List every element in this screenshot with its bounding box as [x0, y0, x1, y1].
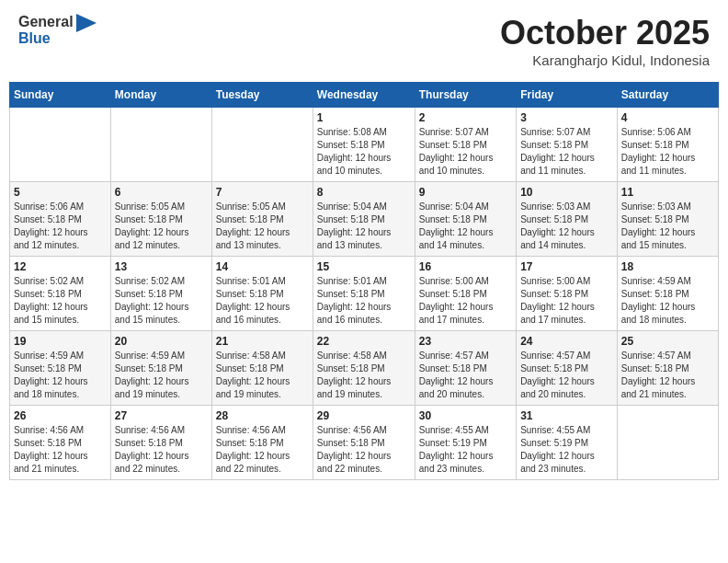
- calendar-cell: 7Sunrise: 5:05 AMSunset: 5:18 PMDaylight…: [211, 182, 313, 257]
- day-info: Sunrise: 5:05 AMSunset: 5:18 PMDaylight:…: [115, 201, 208, 252]
- day-number: 24: [520, 335, 613, 348]
- day-of-week-header: Wednesday: [313, 83, 415, 108]
- day-number: 29: [317, 409, 411, 422]
- day-info: Sunrise: 5:06 AMSunset: 5:18 PMDaylight:…: [621, 126, 714, 178]
- calendar-week-row: 19Sunrise: 4:59 AMSunset: 5:18 PMDayligh…: [10, 331, 719, 406]
- calendar-cell: [110, 108, 211, 182]
- calendar-week-row: 5Sunrise: 5:06 AMSunset: 5:18 PMDaylight…: [10, 182, 719, 257]
- calendar-cell: 2Sunrise: 5:07 AMSunset: 5:18 PMDaylight…: [415, 108, 516, 182]
- calendar-cell: 27Sunrise: 4:56 AMSunset: 5:18 PMDayligh…: [110, 406, 211, 480]
- day-number: 12: [14, 260, 107, 273]
- calendar-cell: 12Sunrise: 5:02 AMSunset: 5:18 PMDayligh…: [10, 257, 111, 331]
- calendar-week-row: 26Sunrise: 4:56 AMSunset: 5:18 PMDayligh…: [10, 406, 719, 480]
- header-row: SundayMondayTuesdayWednesdayThursdayFrid…: [10, 83, 719, 108]
- day-number: 15: [317, 260, 411, 273]
- calendar-cell: 8Sunrise: 5:04 AMSunset: 5:18 PMDaylight…: [313, 182, 415, 257]
- day-info: Sunrise: 4:59 AMSunset: 5:18 PMDaylight:…: [115, 350, 208, 401]
- day-number: 21: [216, 335, 309, 348]
- day-info: Sunrise: 5:07 AMSunset: 5:18 PMDaylight:…: [419, 126, 512, 178]
- calendar-cell: 24Sunrise: 4:57 AMSunset: 5:18 PMDayligh…: [517, 331, 618, 406]
- day-info: Sunrise: 5:04 AMSunset: 5:18 PMDaylight:…: [317, 201, 411, 252]
- day-of-week-header: Sunday: [10, 83, 111, 108]
- calendar-cell: [10, 108, 111, 182]
- day-info: Sunrise: 4:57 AMSunset: 5:18 PMDaylight:…: [419, 350, 512, 401]
- calendar-table: SundayMondayTuesdayWednesdayThursdayFrid…: [9, 82, 719, 480]
- day-number: 20: [115, 335, 208, 348]
- calendar-cell: 22Sunrise: 4:58 AMSunset: 5:18 PMDayligh…: [313, 331, 415, 406]
- day-number: 17: [520, 260, 613, 273]
- day-number: 1: [317, 111, 411, 124]
- calendar-cell: 18Sunrise: 4:59 AMSunset: 5:18 PMDayligh…: [617, 257, 718, 331]
- day-number: 11: [621, 186, 714, 199]
- day-info: Sunrise: 4:59 AMSunset: 5:18 PMDaylight:…: [14, 350, 107, 401]
- calendar-cell: 19Sunrise: 4:59 AMSunset: 5:18 PMDayligh…: [10, 331, 111, 406]
- calendar-cell: 3Sunrise: 5:07 AMSunset: 5:18 PMDaylight…: [517, 108, 618, 182]
- day-info: Sunrise: 5:00 AMSunset: 5:18 PMDaylight:…: [520, 275, 613, 327]
- day-info: Sunrise: 4:56 AMSunset: 5:18 PMDaylight:…: [317, 424, 411, 476]
- day-info: Sunrise: 5:04 AMSunset: 5:18 PMDaylight:…: [419, 201, 512, 252]
- calendar-cell: 15Sunrise: 5:01 AMSunset: 5:18 PMDayligh…: [313, 257, 415, 331]
- month-title: October 2025: [500, 14, 710, 52]
- logo-blue: Blue: [18, 30, 74, 47]
- calendar-cell: [211, 108, 313, 182]
- day-info: Sunrise: 4:56 AMSunset: 5:18 PMDaylight:…: [14, 424, 107, 476]
- day-number: 2: [419, 111, 512, 124]
- day-info: Sunrise: 5:00 AMSunset: 5:18 PMDaylight:…: [419, 275, 512, 327]
- day-info: Sunrise: 5:06 AMSunset: 5:18 PMDaylight:…: [14, 201, 107, 252]
- calendar-cell: 9Sunrise: 5:04 AMSunset: 5:18 PMDaylight…: [415, 182, 516, 257]
- calendar-cell: 17Sunrise: 5:00 AMSunset: 5:18 PMDayligh…: [517, 257, 618, 331]
- logo: General Blue: [18, 14, 97, 46]
- day-number: 3: [520, 111, 613, 124]
- calendar-cell: 20Sunrise: 4:59 AMSunset: 5:18 PMDayligh…: [110, 331, 211, 406]
- day-number: 10: [520, 186, 613, 199]
- location: Karangharjo Kidul, Indonesia: [500, 52, 710, 68]
- calendar-cell: 31Sunrise: 4:55 AMSunset: 5:19 PMDayligh…: [517, 406, 618, 480]
- calendar-cell: 21Sunrise: 4:58 AMSunset: 5:18 PMDayligh…: [211, 331, 313, 406]
- day-of-week-header: Tuesday: [211, 83, 313, 108]
- day-number: 9: [419, 186, 512, 199]
- calendar-cell: 26Sunrise: 4:56 AMSunset: 5:18 PMDayligh…: [10, 406, 111, 480]
- calendar-cell: 28Sunrise: 4:56 AMSunset: 5:18 PMDayligh…: [211, 406, 313, 480]
- calendar-cell: 4Sunrise: 5:06 AMSunset: 5:18 PMDaylight…: [617, 108, 718, 182]
- calendar-week-row: 12Sunrise: 5:02 AMSunset: 5:18 PMDayligh…: [10, 257, 719, 331]
- day-info: Sunrise: 5:01 AMSunset: 5:18 PMDaylight:…: [216, 275, 309, 327]
- day-of-week-header: Friday: [517, 83, 618, 108]
- calendar-cell: 23Sunrise: 4:57 AMSunset: 5:18 PMDayligh…: [415, 331, 516, 406]
- calendar-header: SundayMondayTuesdayWednesdayThursdayFrid…: [10, 83, 719, 108]
- page-header: General Blue October 2025 Karangharjo Ki…: [9, 9, 719, 73]
- calendar-cell: 14Sunrise: 5:01 AMSunset: 5:18 PMDayligh…: [211, 257, 313, 331]
- day-info: Sunrise: 5:08 AMSunset: 5:18 PMDaylight:…: [317, 126, 411, 178]
- day-number: 25: [621, 335, 714, 348]
- day-info: Sunrise: 4:56 AMSunset: 5:18 PMDaylight:…: [216, 424, 309, 476]
- logo-icon: [76, 14, 97, 41]
- day-info: Sunrise: 4:56 AMSunset: 5:18 PMDaylight:…: [115, 424, 208, 476]
- day-info: Sunrise: 5:03 AMSunset: 5:18 PMDaylight:…: [621, 201, 714, 252]
- calendar-cell: 10Sunrise: 5:03 AMSunset: 5:18 PMDayligh…: [517, 182, 618, 257]
- calendar-cell: 5Sunrise: 5:06 AMSunset: 5:18 PMDaylight…: [10, 182, 111, 257]
- day-info: Sunrise: 5:03 AMSunset: 5:18 PMDaylight:…: [520, 201, 613, 252]
- day-of-week-header: Saturday: [617, 83, 718, 108]
- day-number: 5: [14, 186, 107, 199]
- calendar-week-row: 1Sunrise: 5:08 AMSunset: 5:18 PMDaylight…: [10, 108, 719, 182]
- logo-general: General: [18, 14, 74, 30]
- calendar-cell: 25Sunrise: 4:57 AMSunset: 5:18 PMDayligh…: [617, 331, 718, 406]
- day-info: Sunrise: 4:59 AMSunset: 5:18 PMDaylight:…: [621, 275, 714, 327]
- day-number: 13: [115, 260, 208, 273]
- day-number: 30: [419, 409, 512, 422]
- calendar-cell: [617, 406, 718, 480]
- day-info: Sunrise: 5:07 AMSunset: 5:18 PMDaylight:…: [520, 126, 613, 178]
- day-of-week-header: Monday: [110, 83, 211, 108]
- day-info: Sunrise: 5:02 AMSunset: 5:18 PMDaylight:…: [115, 275, 208, 327]
- month-info: October 2025 Karangharjo Kidul, Indonesi…: [500, 14, 710, 68]
- day-info: Sunrise: 4:57 AMSunset: 5:18 PMDaylight:…: [520, 350, 613, 401]
- day-info: Sunrise: 5:05 AMSunset: 5:18 PMDaylight:…: [216, 201, 309, 252]
- calendar-cell: 1Sunrise: 5:08 AMSunset: 5:18 PMDaylight…: [313, 108, 415, 182]
- day-number: 28: [216, 409, 309, 422]
- day-number: 14: [216, 260, 309, 273]
- day-info: Sunrise: 5:02 AMSunset: 5:18 PMDaylight:…: [14, 275, 107, 327]
- day-number: 19: [14, 335, 107, 348]
- day-number: 31: [520, 409, 613, 422]
- calendar-cell: 6Sunrise: 5:05 AMSunset: 5:18 PMDaylight…: [110, 182, 211, 257]
- calendar-cell: 30Sunrise: 4:55 AMSunset: 5:19 PMDayligh…: [415, 406, 516, 480]
- svg-marker-0: [76, 14, 97, 32]
